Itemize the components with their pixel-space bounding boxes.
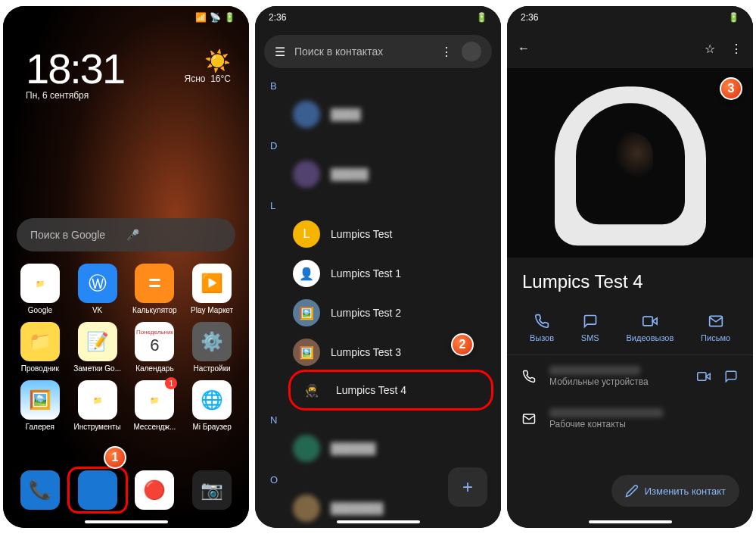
mic-icon[interactable]: 🎤	[126, 229, 222, 241]
contacts-list-screen: 2:36 🔋 ☰ Поиск в контактах ⋮ B ████ D ██…	[255, 6, 501, 528]
wallpaper: 📶 📡 🔋 18:31 Пн, 6 сентября ☀️ Ясно 16°C …	[3, 6, 249, 528]
call-button[interactable]: Вызов	[530, 314, 554, 342]
app-google[interactable]: 📁Google	[14, 264, 67, 314]
signal-icon: 📶	[195, 12, 207, 23]
section-N: N	[255, 408, 501, 429]
section-L: L	[255, 194, 501, 214]
status-bar: 2:36 🔋	[255, 6, 501, 29]
section-D: D	[255, 134, 501, 155]
phone-type-label: Мобильные устройства	[549, 376, 683, 387]
contacts-search-bar[interactable]: ☰ Поиск в контактах ⋮	[264, 35, 492, 68]
message-icon[interactable]	[724, 370, 738, 383]
contact-row[interactable]: 👤Lumpics Test 1	[255, 254, 501, 293]
clock-date: Пн, 6 сентября	[26, 90, 124, 101]
dock-camera[interactable]: 📷	[185, 470, 238, 510]
battery-icon: 🔋	[728, 12, 739, 23]
edit-contact-button[interactable]: Изменить контакт	[611, 475, 739, 507]
profile-avatar[interactable]	[462, 42, 481, 61]
svg-rect-0	[643, 317, 653, 326]
video-icon[interactable]	[697, 370, 711, 383]
app-tools[interactable]: 📁Инструменты	[71, 380, 124, 431]
more-icon[interactable]: ⋮	[730, 42, 742, 56]
wifi-icon: 📡	[210, 12, 221, 23]
email-button[interactable]: Письмо	[701, 314, 730, 342]
status-bar: 📶 📡 🔋	[3, 6, 249, 29]
app-calculator[interactable]: =Калькулятор	[129, 264, 182, 314]
app-mi-browser[interactable]: 🌐Mi Браузер	[185, 380, 238, 431]
phone-icon	[534, 314, 549, 329]
search-placeholder: Поиск в контактах	[294, 45, 431, 58]
app-settings[interactable]: ⚙️Настройки	[185, 322, 238, 373]
contact-photo[interactable]	[507, 68, 753, 258]
contact-row[interactable]: █████	[255, 155, 501, 194]
app-notes[interactable]: 📝Заметки Go...	[71, 322, 124, 373]
app-vk[interactable]: ⓌVK	[71, 264, 124, 314]
dock-phone[interactable]: 📞	[14, 470, 67, 510]
email-type-label: Рабочие контакты	[549, 419, 738, 429]
status-time: 2:36	[521, 12, 728, 23]
section-B: B	[255, 74, 501, 95]
phone-info-row[interactable]: Мобильные устройства	[507, 355, 753, 398]
svg-rect-2	[698, 373, 706, 381]
clock-widget[interactable]: 18:31 Пн, 6 сентября	[26, 44, 124, 101]
google-search-bar[interactable]: Поиск в Google 🎤	[17, 218, 235, 251]
app-calendar[interactable]: Понедельник6Календарь	[129, 322, 182, 373]
dock-chrome[interactable]: 🔴	[129, 470, 182, 510]
detail-header: ← ☆ ⋮	[507, 29, 753, 68]
weather-widget[interactable]: ☀️ Ясно 16°C	[185, 48, 231, 84]
app-messengers[interactable]: 📁1Мессендж...	[129, 380, 182, 431]
star-icon[interactable]: ☆	[705, 42, 715, 56]
email-info-row[interactable]: Рабочие контакты	[507, 398, 753, 440]
contact-row-lumpics-test-4[interactable]: 🥷Lumpics Test 4	[288, 370, 493, 411]
contact-list[interactable]: B ████ D █████ L LLumpics Test 👤Lumpics …	[255, 74, 501, 528]
home-indicator[interactable]	[337, 520, 420, 523]
callout-1: 1	[104, 446, 126, 469]
search-placeholder: Поиск в Google	[30, 229, 126, 241]
home-indicator[interactable]	[589, 520, 672, 523]
more-icon[interactable]: ⋮	[440, 45, 453, 59]
menu-icon[interactable]: ☰	[275, 45, 285, 59]
home-screen: 📶 📡 🔋 18:31 Пн, 6 сентября ☀️ Ясно 16°C …	[3, 6, 249, 528]
contact-row[interactable]: 🖼️Lumpics Test 2	[255, 293, 501, 333]
weather-icon: ☀️	[185, 48, 231, 73]
contact-row[interactable]: ██████	[255, 429, 501, 468]
back-icon[interactable]: ←	[518, 42, 530, 55]
clock-time: 18:31	[26, 44, 124, 93]
video-icon	[642, 314, 658, 329]
app-grid: 📁Google ⓌVK =Калькулятор ▶️Play Маркет 📁…	[14, 264, 238, 431]
callout-3: 3	[720, 77, 742, 100]
app-play-market[interactable]: ▶️Play Маркет	[185, 264, 238, 314]
contact-name-title: Lumpics Test 4	[507, 258, 753, 306]
callout-2: 2	[451, 333, 474, 356]
app-gallery[interactable]: 🖼️Галерея	[14, 380, 67, 431]
add-contact-fab[interactable]: +	[448, 467, 487, 507]
dock-contacts[interactable]: 👤	[67, 467, 128, 514]
contact-row[interactable]: LLumpics Test	[255, 214, 501, 254]
contact-row[interactable]: ████	[255, 95, 501, 134]
home-indicator[interactable]	[85, 520, 168, 523]
pencil-icon	[625, 484, 639, 498]
message-icon	[583, 314, 598, 329]
contact-detail-screen: 2:36 🔋 ← ☆ ⋮ Lumpics Test 4 Вызов SMS	[507, 6, 753, 528]
phone-icon	[522, 370, 536, 383]
status-time: 2:36	[269, 12, 476, 23]
contact-image	[555, 86, 706, 245]
app-file-manager[interactable]: 📁Проводник	[14, 322, 67, 373]
mail-icon	[522, 412, 536, 426]
mail-icon	[708, 314, 723, 329]
status-bar: 2:36 🔋	[507, 6, 753, 29]
battery-icon: 🔋	[476, 12, 487, 23]
action-row: Вызов SMS Видеовызов Письмо	[507, 306, 753, 355]
video-call-button[interactable]: Видеовызов	[627, 314, 674, 342]
battery-icon: 🔋	[224, 12, 235, 23]
dock: 📞 👤 🔴 📷	[14, 470, 238, 510]
sms-button[interactable]: SMS	[581, 314, 599, 342]
